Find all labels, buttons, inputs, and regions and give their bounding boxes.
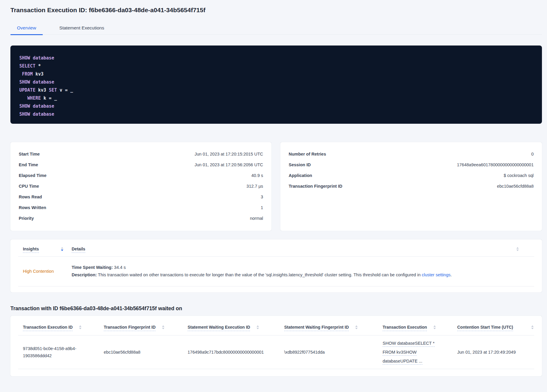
- row-priority: Priority normal: [19, 213, 263, 224]
- sql-line: UPDATE kv3 SET v = _: [19, 86, 533, 94]
- sql-line: WHERE k = _: [19, 94, 533, 102]
- sql-line: SHOW database: [19, 110, 533, 118]
- sort-icon[interactable]: [257, 325, 259, 329]
- col-statement-waiting-fingerprint-id: Statement Waiting Fingerprint ID: [284, 325, 383, 331]
- sql-line: FROM kv3: [19, 70, 533, 78]
- cell-contention-start-time: Jun 01, 2023 at 17:20:49:2049: [457, 350, 534, 355]
- cell-transaction-execution: SHOW databaseSELECT * FROM kv3SHOW datab…: [383, 339, 457, 366]
- insights-column: Insights: [18, 247, 72, 253]
- summary-label: Priority: [19, 216, 34, 221]
- tab-bar: Overview Statement Executions: [10, 23, 542, 35]
- column-header[interactable]: Contention Start Time (UTC): [457, 325, 513, 331]
- insights-table-header: Insights Details: [18, 239, 534, 257]
- col-statement-waiting-execution-id: Statement Waiting Execution ID: [188, 325, 284, 331]
- sql-line: SHOW database: [19, 102, 533, 110]
- cell-transaction-fingerprint-id: ebc10ae56cfd88a8: [104, 350, 188, 355]
- session-summary-card: Number of Retries 0 Session ID 17648a9ee…: [280, 142, 542, 231]
- sort-icon[interactable]: [433, 325, 436, 329]
- summary-label: Elapsed Time: [19, 173, 46, 178]
- col-transaction-fingerprint-id: Transaction Fingerprint ID: [104, 325, 188, 331]
- cell-transaction-execution-id: 9738d051-bc0e-4158-a9b4-1903586ddd42: [18, 345, 104, 359]
- summary-value: $ cockroach sql: [504, 173, 534, 178]
- summary-value: Jun 01, 2023 at 17:20:56:2056 UTC: [194, 162, 263, 167]
- row-elapsed-time: Elapsed Time 40.9 s: [19, 170, 263, 181]
- description-text: This transaction waited on other transac…: [97, 272, 422, 277]
- time-spent-waiting: Time Spent Waiting: 34.4 s: [72, 265, 534, 270]
- sql-line: SHOW database: [19, 54, 533, 62]
- summary-value: normal: [250, 216, 263, 221]
- insights-card: Insights Details High Contention Time Sp…: [10, 239, 542, 292]
- tab-statement-executions[interactable]: Statement Executions: [53, 23, 111, 35]
- col-transaction-execution: Transaction Execution: [383, 325, 457, 331]
- summary-label: Session ID: [289, 162, 311, 167]
- summary-value: 17648a9eea6017800000000000000001: [457, 162, 534, 167]
- sort-icon[interactable]: [531, 325, 534, 329]
- col-contention-start-time: Contention Start Time (UTC): [457, 325, 534, 331]
- insight-row: High Contention Time Spent Waiting: 34.4…: [18, 257, 534, 286]
- summary-value: Jun 01, 2023 at 17:20:15:2015 UTC: [194, 152, 263, 156]
- insights-column-header[interactable]: Insights: [23, 247, 39, 253]
- waited-on-heading: Transaction with ID f6be6366-da03-48de-a…: [10, 305, 542, 312]
- sql-line: SELECT *: [19, 62, 533, 70]
- sort-icon[interactable]: [61, 247, 63, 251]
- time-spent-waiting-label: Time Spent Waiting:: [72, 265, 113, 270]
- summary-label: Transaction Fingerprint ID: [289, 184, 342, 189]
- insights-card-footer: [18, 286, 534, 292]
- summary-label: Rows Read: [19, 195, 42, 199]
- column-header[interactable]: Transaction Execution ID: [23, 325, 73, 331]
- cell-statement-waiting-execution-id: 176498a9c717bdc80000000000000001: [188, 350, 284, 355]
- row-rows-written: Rows Written 1: [19, 202, 263, 213]
- summary-value: 40.9 s: [252, 173, 263, 178]
- row-session-id: Session ID 17648a9eea6017800000000000000…: [289, 159, 534, 170]
- summary-label: Number of Retries: [289, 152, 326, 156]
- summary-value: 1: [261, 205, 263, 210]
- details-column: Details: [72, 247, 516, 253]
- summary-value: 3: [261, 195, 263, 199]
- table-row: 9738d051-bc0e-4158-a9b4-1903586ddd42 ebc…: [18, 335, 534, 369]
- page: Transaction Execution ID: f6be6366-da03-…: [10, 7, 542, 376]
- insight-details: Time Spent Waiting: 34.4 s Description: …: [72, 265, 534, 277]
- sql-line: SHOW database: [19, 78, 533, 86]
- row-end-time: End Time Jun 01, 2023 at 17:20:56:2056 U…: [19, 159, 263, 170]
- time-spent-waiting-value: 34.4 s: [113, 265, 126, 270]
- row-number-of-retries: Number of Retries 0: [289, 149, 534, 159]
- summary-label: End Time: [19, 162, 38, 167]
- summary-value: 0: [531, 152, 534, 156]
- table-card-footer: [18, 369, 534, 376]
- summary-label: Application: [289, 173, 312, 178]
- column-header[interactable]: Statement Waiting Execution ID: [188, 325, 250, 331]
- transaction-execution-link[interactable]: SHOW databaseSELECT * FROM kv3SHOW datab…: [383, 341, 435, 365]
- sort-icon[interactable]: [79, 325, 81, 329]
- sort-icon[interactable]: [516, 247, 519, 251]
- summary-label: Rows Written: [19, 205, 46, 210]
- col-transaction-execution-id: Transaction Execution ID: [18, 325, 104, 331]
- page-title: Transaction Execution ID: f6be6366-da03-…: [10, 7, 542, 14]
- cell-statement-waiting-fingerprint-id: \xdb8922f077541dda: [284, 350, 383, 355]
- summary-label: Start Time: [19, 152, 40, 156]
- sort-icon[interactable]: [355, 325, 358, 329]
- summary-cards-row: Start Time Jun 01, 2023 at 17:20:15:2015…: [10, 142, 542, 231]
- summary-label: CPU Time: [19, 184, 39, 189]
- row-start-time: Start Time Jun 01, 2023 at 17:20:15:2015…: [19, 149, 263, 159]
- sql-statements-box: SHOW databaseSELECT * FROM kv3SHOW datab…: [10, 46, 542, 124]
- summary-value: 312.7 µs: [246, 184, 263, 189]
- execution-summary-card: Start Time Jun 01, 2023 at 17:20:15:2015…: [10, 142, 271, 231]
- row-cpu-time: CPU Time 312.7 µs: [19, 181, 263, 192]
- description-suffix: .: [450, 272, 452, 277]
- cluster-settings-link[interactable]: cluster settings: [422, 272, 451, 277]
- transaction-fingerprint-link[interactable]: ebc10ae56cfd88a8: [497, 184, 534, 189]
- insight-description: Description: This transaction waited on …: [72, 272, 534, 277]
- column-header[interactable]: Transaction Execution: [383, 325, 427, 331]
- sort-icon[interactable]: [162, 325, 164, 329]
- column-header[interactable]: Transaction Fingerprint ID: [104, 325, 155, 331]
- row-application: Application $ cockroach sql: [289, 170, 534, 181]
- description-label: Description:: [72, 272, 97, 277]
- waited-on-table-card: Transaction Execution ID Transaction Fin…: [10, 316, 542, 376]
- column-header[interactable]: Statement Waiting Fingerprint ID: [284, 325, 349, 331]
- tab-overview[interactable]: Overview: [10, 23, 43, 35]
- row-transaction-fingerprint-id: Transaction Fingerprint ID ebc10ae56cfd8…: [289, 181, 534, 192]
- row-rows-read: Rows Read 3: [19, 192, 263, 202]
- insight-type-badge: High Contention: [18, 269, 72, 274]
- waited-on-table-header: Transaction Execution ID Transaction Fin…: [18, 316, 534, 335]
- details-column-header[interactable]: Details: [72, 247, 85, 253]
